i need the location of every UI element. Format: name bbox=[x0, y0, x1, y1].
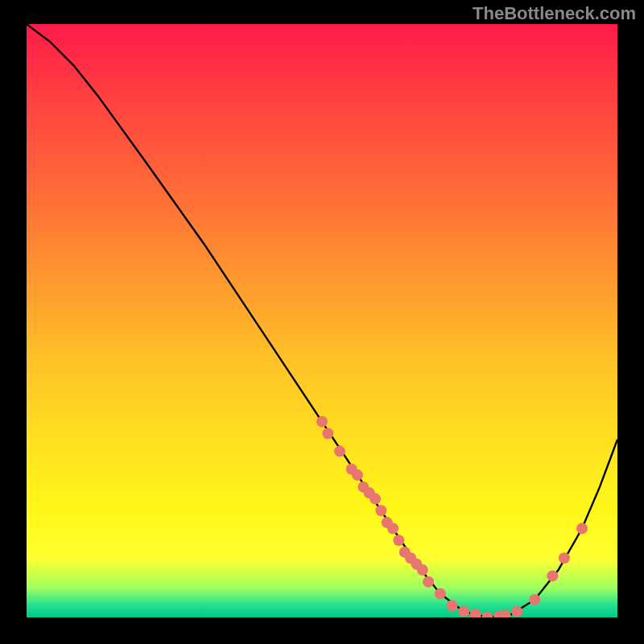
data-point bbox=[375, 505, 386, 516]
data-point bbox=[511, 606, 522, 617]
chart-container: TheBottleneck.com bbox=[0, 0, 644, 644]
data-point bbox=[352, 469, 363, 481]
data-points bbox=[316, 416, 588, 617]
data-point bbox=[576, 523, 588, 535]
data-point bbox=[529, 594, 540, 605]
data-point bbox=[547, 570, 558, 581]
data-point bbox=[393, 535, 404, 546]
data-point bbox=[458, 606, 469, 617]
plot-area bbox=[27, 24, 617, 617]
data-point bbox=[334, 446, 345, 457]
data-point bbox=[322, 428, 333, 440]
data-point bbox=[447, 600, 458, 611]
data-point bbox=[387, 523, 398, 535]
data-point bbox=[482, 612, 493, 617]
data-point bbox=[423, 576, 434, 588]
data-point bbox=[417, 564, 428, 576]
data-point bbox=[470, 609, 481, 617]
data-point bbox=[435, 588, 446, 600]
data-point bbox=[316, 416, 328, 427]
bottleneck-curve bbox=[27, 24, 617, 617]
chart-svg bbox=[27, 24, 617, 617]
data-point bbox=[559, 552, 570, 564]
data-point bbox=[369, 493, 381, 505]
watermark-text: TheBottleneck.com bbox=[473, 3, 636, 24]
